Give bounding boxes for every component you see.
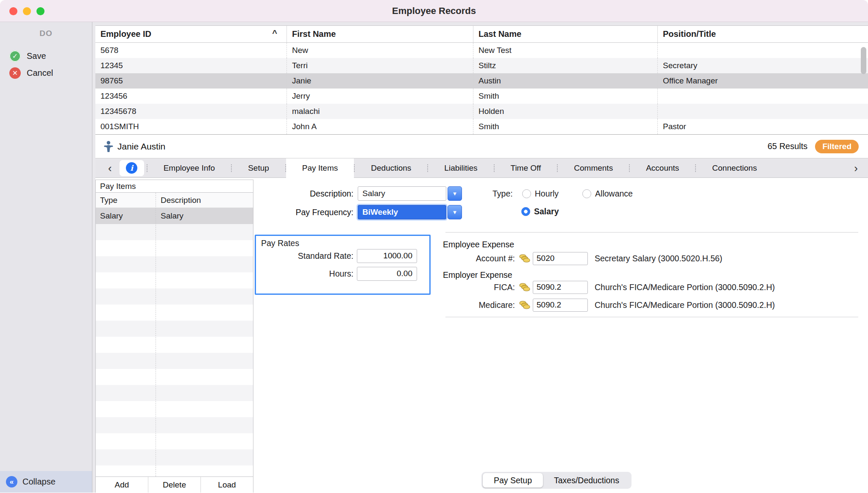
cell-position: Pastor — [658, 119, 868, 134]
account-lookup-icon[interactable] — [518, 300, 531, 310]
description-dropdown-button[interactable]: ▾ — [448, 186, 462, 201]
radio-allowance-label: Allowance — [595, 189, 633, 199]
tab-deductions[interactable]: Deductions — [355, 158, 427, 178]
account-description: Secretary Salary (3000.5020.H.56) — [595, 254, 722, 263]
tabs-scroll-left-button[interactable]: ‹ — [104, 163, 116, 174]
close-window-button[interactable] — [9, 7, 17, 15]
segment-taxes-deductions[interactable]: Taxes/Deductions — [543, 473, 630, 487]
tab-info[interactable]: i — [120, 160, 144, 176]
description-row: Description: Salary ▾ — [248, 186, 462, 201]
pay-item-row-selected[interactable]: Salary Salary — [96, 208, 253, 224]
radio-hourly[interactable] — [522, 189, 531, 198]
cell-last-name: Smith — [473, 89, 658, 104]
description-combobox[interactable]: Salary — [358, 186, 446, 201]
tab-accounts[interactable]: Accounts — [630, 158, 695, 178]
save-button[interactable]: ✓ Save — [0, 47, 92, 64]
table-row[interactable]: 123456 Jerry Smith — [95, 89, 868, 104]
column-header-employee-id[interactable]: Employee ID ^ — [95, 26, 287, 42]
tabs-scroll-right-button[interactable]: › — [850, 163, 862, 174]
medicare-account-input[interactable] — [533, 299, 588, 312]
cell-employee-id: 98765 — [95, 73, 287, 89]
current-record-name: Janie Austin — [117, 141, 165, 152]
cell-first-name: Janie — [287, 73, 473, 89]
type-radio-row-2: Salary — [521, 205, 559, 218]
tab-liabilities[interactable]: Liabilities — [428, 158, 493, 178]
table-row[interactable]: 5678 New New Test — [95, 43, 868, 58]
pay-items-list: Salary Salary — [96, 208, 253, 476]
minimize-window-button[interactable] — [23, 7, 31, 15]
table-row[interactable]: 12345 Terri Stiltz Secretary — [95, 58, 868, 73]
account-number-input[interactable] — [533, 252, 588, 265]
pay-items-column-headers: Type Description — [96, 193, 253, 208]
cell-first-name: Terri — [287, 58, 473, 73]
record-bar: Janie Austin 65 Results Filtered — [95, 135, 868, 158]
tab-setup[interactable]: Setup — [232, 158, 285, 178]
pay-items-actions: Add Delete Load — [96, 476, 253, 493]
column-header-last-name[interactable]: Last Name — [473, 26, 658, 42]
delete-pay-item-button[interactable]: Delete — [148, 477, 201, 493]
hours-input[interactable] — [357, 267, 417, 281]
radio-allowance[interactable] — [582, 189, 591, 198]
column-header-type[interactable]: Type — [96, 196, 156, 205]
tab-pay-items[interactable]: Pay Items — [286, 158, 354, 178]
cell-first-name: malachi — [287, 104, 473, 119]
employee-table-header: Employee ID ^ First Name Last Name Posit… — [95, 26, 868, 43]
pay-frequency-dropdown-button[interactable]: ▾ — [448, 205, 462, 219]
cell-position — [658, 43, 868, 58]
window-title: Employee Records — [0, 6, 868, 17]
pay-frequency-combobox[interactable]: BiWeekly — [358, 205, 446, 219]
cell-position: Secretary — [658, 58, 868, 73]
table-scrollbar-thumb[interactable] — [861, 47, 866, 74]
collapse-icon: « — [6, 476, 17, 487]
hours-label: Hours: — [256, 269, 357, 279]
fica-row: FICA: Church's FICA/Medicare Portion (30… — [389, 280, 775, 294]
radio-salary-label: Salary — [534, 207, 559, 216]
standard-rate-label: Standard Rate: — [256, 251, 357, 261]
pay-items-panel: Pay Items Type Description Salary Salary… — [95, 180, 253, 493]
pay-setup-segmented-control: Pay Setup Taxes/Deductions — [481, 472, 632, 489]
employee-table: Employee ID ^ First Name Last Name Posit… — [95, 25, 868, 135]
person-icon — [104, 141, 113, 152]
table-row[interactable]: 001SMITH John A Smith Pastor — [95, 119, 868, 134]
app-body: DO ✓ Save ✕ Cancel « Collapse Employee I… — [0, 22, 868, 493]
tab-comments[interactable]: Comments — [558, 158, 629, 178]
type-radio-row: Type: Hourly Allowance — [492, 187, 633, 200]
zoom-window-button[interactable] — [36, 7, 45, 15]
divider — [445, 232, 858, 233]
account-number-label: Account #: — [389, 254, 518, 263]
column-header-description[interactable]: Description — [156, 196, 253, 205]
radio-salary-selected[interactable] — [521, 207, 530, 216]
tab-employee-info[interactable]: Employee Info — [147, 158, 231, 178]
fica-account-input[interactable] — [533, 281, 588, 294]
pay-item-type: Salary — [96, 211, 156, 221]
add-pay-item-button[interactable]: Add — [96, 477, 148, 493]
cell-last-name: Stiltz — [473, 58, 658, 73]
column-header-position[interactable]: Position/Title — [658, 26, 868, 42]
load-pay-item-button[interactable]: Load — [201, 477, 253, 493]
tab-connections[interactable]: Connections — [696, 158, 773, 178]
hours-row: Hours: — [256, 266, 417, 281]
table-row[interactable]: 12345678 malachi Holden — [95, 104, 868, 119]
cell-employee-id: 12345 — [95, 58, 287, 73]
column-header-first-name[interactable]: First Name — [287, 26, 473, 42]
description-label: Description: — [248, 189, 358, 199]
pay-rates-title: Pay Rates — [261, 238, 299, 248]
cell-employee-id: 001SMITH — [95, 119, 287, 134]
cancel-button[interactable]: ✕ Cancel — [0, 64, 92, 81]
fica-account-description: Church's FICA/Medicare Portion (3000.509… — [595, 283, 775, 292]
sort-ascending-icon: ^ — [272, 28, 277, 38]
account-lookup-icon[interactable] — [518, 283, 531, 292]
sidebar-header: DO — [0, 29, 92, 38]
pay-item-description: Salary — [156, 211, 253, 221]
medicare-row: Medicare: Church's FICA/Medicare Portion… — [389, 298, 775, 312]
account-lookup-icon[interactable] — [518, 254, 531, 263]
tab-time-off[interactable]: Time Off — [495, 158, 557, 178]
filtered-badge[interactable]: Filtered — [815, 140, 859, 153]
segment-pay-setup[interactable]: Pay Setup — [483, 473, 543, 487]
info-icon: i — [126, 162, 137, 174]
collapse-sidebar-button[interactable]: « Collapse — [0, 471, 92, 493]
column-divider — [156, 193, 156, 476]
x-circle-icon: ✕ — [9, 67, 21, 79]
table-row-selected[interactable]: 98765 Janie Austin Office Manager — [95, 73, 868, 89]
pay-items-panel-title: Pay Items — [96, 180, 253, 193]
